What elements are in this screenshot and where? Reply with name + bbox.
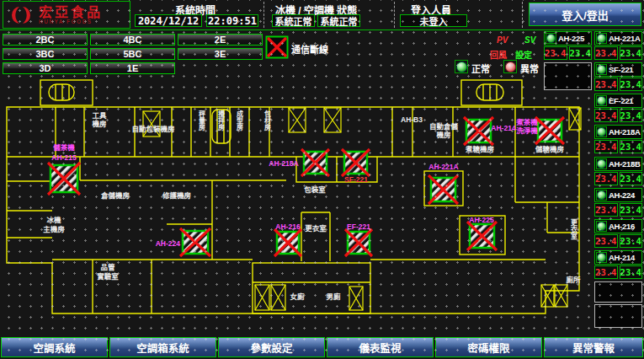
status-lamp-icon: [596, 95, 607, 106]
logo-text: 宏亞食品: [39, 6, 103, 19]
unit-ah-214[interactable]: AH-214: [594, 250, 642, 265]
room-label-v3: 成型房: [236, 110, 243, 131]
normal-label: 正常: [471, 62, 490, 75]
room-label-toilet-men: 男廁: [326, 292, 341, 301]
ahu-icon-ef-221[interactable]: [345, 229, 372, 256]
ahu-icon-ah-215[interactable]: [48, 163, 80, 195]
ahu-icon-ah-214[interactable]: [464, 117, 493, 145]
header-separator: [394, 2, 395, 28]
unit-ah-225[interactable]: AH-225: [544, 31, 592, 46]
pv-value: 23.4: [594, 140, 618, 153]
unit-ah-224[interactable]: AH-224: [594, 188, 642, 202]
status-lamp-icon: [596, 190, 607, 201]
normal-lamp-icon: [455, 60, 468, 73]
pv-value: 23.4: [594, 109, 618, 122]
pv-header: PV: [497, 35, 508, 45]
room-label-packroom: 包裝室: [304, 185, 326, 194]
empty-slot: [594, 304, 642, 328]
unit-values: 23.4 23.4: [594, 78, 642, 91]
ahu-icon-ah-218a[interactable]: [301, 149, 329, 176]
floor-button-3e[interactable]: 3E: [178, 48, 263, 60]
unit-name: AH-225: [558, 34, 584, 43]
status-lamp-icon: [596, 126, 607, 137]
room-label-autopack: 自動包裝機房: [131, 125, 174, 133]
nav-password-authority-button[interactable]: 密碼權限: [435, 337, 542, 357]
room-label-tool: 工具: [92, 111, 107, 120]
sv-value: 23.4: [620, 234, 643, 248]
room-label-chiller: 主機房: [43, 225, 65, 233]
pv-value: 23.4: [594, 46, 618, 60]
chiller-status-value: 系統正常: [272, 14, 315, 27]
nav-ahu-system-button[interactable]: 空調箱系統: [109, 337, 216, 357]
floor-button-5bc[interactable]: 5BC: [90, 48, 175, 60]
unit-ah-218a[interactable]: AH-218A: [594, 125, 642, 139]
header-bar: 宏亞食品 HUNYA FOODS 系統時間 2024/12/12 22:09:5…: [0, 0, 644, 30]
unit-values: 23.4 23.4: [594, 234, 642, 248]
ahu-icon-ah-225[interactable]: [467, 222, 497, 250]
comm-fail-icon: [265, 35, 289, 59]
ahu-icon-sf-221[interactable]: [342, 149, 370, 176]
room-label-ah-b3: AH-B3: [401, 115, 423, 124]
pv-value: 23.4: [594, 265, 618, 279]
pv-name-header: 回風: [490, 48, 507, 61]
ahu-status-value: 系統正常: [317, 14, 360, 27]
status-lamp-icon: [596, 252, 607, 263]
unit-ah-221a[interactable]: AH-221A: [594, 31, 642, 46]
room-label-repair: 修護機房: [162, 191, 191, 200]
unit-ah-218b[interactable]: AH-218B: [594, 157, 642, 171]
unit-ef-221[interactable]: EF-221: [594, 94, 642, 108]
sv-value: 23.4: [620, 109, 643, 122]
sv-header: SV: [524, 35, 535, 45]
unit-label-ah-216: AH-216: [275, 222, 301, 231]
pv-value: 23.4: [594, 234, 618, 248]
floor-button-3d[interactable]: 3D: [3, 62, 88, 74]
room-label-dressing2: 更衣室: [570, 218, 577, 240]
ahu-icon-ah-216[interactable]: [274, 229, 301, 256]
room-label-tool: 機房: [92, 120, 106, 128]
ahu-icon-tea-machine[interactable]: [535, 117, 564, 144]
unit-label-tea1: 煮茶機: [515, 118, 538, 126]
unit-label-ah-215: AH-215: [51, 153, 77, 162]
unit-name: AH-218A: [609, 127, 641, 137]
system-date-value: 2024/12/12: [135, 14, 202, 27]
room-label-v4: 包材房: [263, 110, 272, 131]
ahu-icon-ah-221a[interactable]: [428, 175, 458, 204]
unit-label-sf-221: SF-221: [344, 175, 368, 184]
sv-value: 23.4: [620, 140, 643, 153]
floor-button-3bc[interactable]: 3BC: [3, 48, 88, 60]
unit-sf-221[interactable]: SF-221: [594, 62, 642, 77]
room-label-qa: 品管: [100, 263, 115, 271]
unit-values: 23.4 23.4: [594, 109, 642, 122]
nav-meter-monitor-button[interactable]: 儀表監視: [327, 337, 434, 357]
status-lamp-icon: [596, 221, 607, 232]
room-label-autostore: 自動倉儲: [429, 122, 459, 131]
unit-values: 23.4 23.4: [544, 46, 592, 60]
sv-name-header: 設定: [515, 48, 532, 61]
pv-value: 23.4: [544, 46, 567, 60]
status-lamp-icon: [596, 33, 607, 44]
ahu-icon-ah-224[interactable]: [180, 228, 210, 256]
room-label-toilet2: 廁所: [566, 276, 581, 284]
nav-parameter-setting-button[interactable]: 參數設定: [218, 337, 325, 357]
floor-button-4bc[interactable]: 4BC: [90, 34, 175, 46]
nav-alarm-button[interactable]: 異常警報: [544, 337, 643, 357]
room-label-v1: 秤量房: [198, 110, 205, 131]
login-user-value: 未登入: [400, 14, 467, 27]
nav-ac-system-button[interactable]: 空調系統: [1, 337, 108, 357]
floor-button-2e[interactable]: 2E: [178, 34, 263, 46]
sv-value: 23.4: [620, 265, 643, 279]
login-logout-button[interactable]: 登入/登出: [529, 3, 641, 26]
room-label-storage: 倉儲機房: [100, 191, 130, 200]
unit-label-ef-221: EF-221: [347, 222, 370, 231]
unit-values: 23.4 23.4: [594, 265, 642, 279]
sv-value: 23.4: [620, 46, 643, 60]
status-lamp-icon: [546, 33, 556, 44]
unit-ah-216[interactable]: AH-216: [594, 219, 642, 233]
floor-plan-map: 工具 機房 自動包裝機房 秤量房 攪拌房 成型房 包材房 AH-B3 自動倉儲 …: [0, 74, 589, 335]
floor-button-1e[interactable]: 1E: [90, 62, 175, 74]
room-label-autostore: 機房: [436, 131, 450, 139]
floor-button-2bc[interactable]: 2BC: [3, 34, 88, 46]
comm-fail-label: 通信斷線: [291, 42, 328, 56]
room-label-qa: 實驗室: [97, 272, 119, 281]
abnormal-lamp-icon: [503, 60, 517, 73]
